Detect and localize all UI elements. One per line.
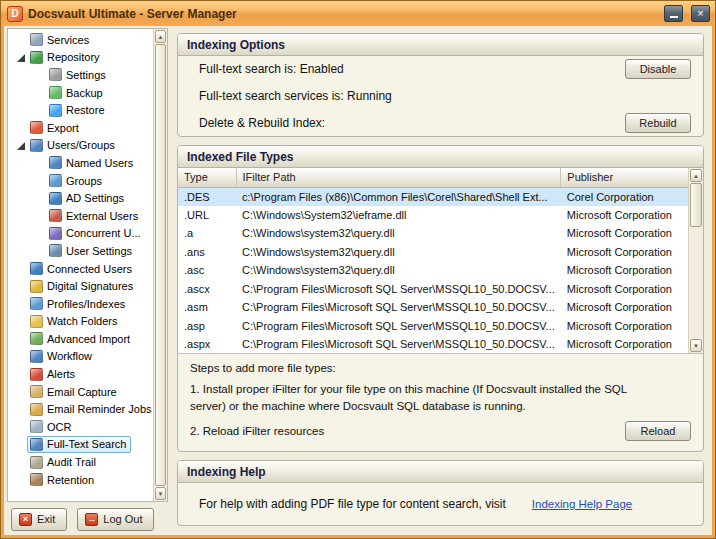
sidebar-item-ad-settings[interactable]: AD Settings [8,189,153,207]
sidebar-item-label: Digital Signatures [47,280,133,292]
sidebar-item-settings[interactable]: Settings [8,66,153,84]
file-type-row[interactable]: .URLC:\Windows\System32\ieframe.dllMicro… [178,206,688,225]
email-capture-icon [30,385,43,398]
sidebar-item-users-groups[interactable]: Users/Groups [8,137,153,155]
workflow-icon [30,350,43,363]
step-1-text: 1. Install proper iFilter for your file … [190,381,691,414]
table-scroll-thumb[interactable] [690,183,702,227]
sidebar-tree-area: ServicesRepositorySettingsBackupRestoreE… [7,28,168,502]
exit-button[interactable]: × Exit [11,508,67,531]
file-type-cell: .ans [178,243,236,262]
table-scroll-down-icon[interactable]: ▼ [690,339,702,352]
sidebar-item-retention[interactable]: Retention [8,471,153,489]
sidebar-item-named-users[interactable]: Named Users [8,154,153,172]
tree-expanded-arrow-icon[interactable] [16,140,27,151]
sidebar-item-email-capture[interactable]: Email Capture [8,383,153,401]
sidebar-item-label: Email Reminder Jobs [47,403,152,415]
reload-button[interactable]: Reload [625,421,691,441]
file-type-row[interactable]: .DESc:\Program Files (x86)\Common Files\… [178,187,688,206]
sidebar-item-profiles-indexes[interactable]: Profiles/Indexes [8,295,153,313]
file-type-row[interactable]: .aspC:\Program Files\Microsoft SQL Serve… [178,317,688,336]
rebuild-button[interactable]: Rebuild [625,113,691,133]
sidebar-item-connected-users[interactable]: Connected Users [8,260,153,278]
alerts-icon [30,368,43,381]
table-scrollbar[interactable]: ▲ ▼ [688,168,703,353]
sidebar-item-label: Alerts [47,368,75,380]
sidebar-item-ocr[interactable]: OCR [8,418,153,436]
sidebar-item-repository[interactable]: Repository [8,49,153,67]
sidebar-item-digital-signatures[interactable]: Digital Signatures [8,277,153,295]
scroll-down-icon[interactable]: ▼ [155,487,166,500]
sidebar-item-label: Full-Text Search [47,438,126,450]
sidebar-scrollbar[interactable]: ▲ ▼ [153,29,167,501]
sidebar-item-user-settings[interactable]: User Settings [8,242,153,260]
file-type-row[interactable]: .asmC:\Program Files\Microsoft SQL Serve… [178,298,688,317]
sidebar-item-external-users[interactable]: External Users [8,207,153,225]
sidebar-item-workflow[interactable]: Workflow [8,348,153,366]
sidebar-item-audit-trail[interactable]: Audit Trail [8,453,153,471]
sidebar-item-advanced-import[interactable]: Advanced Import [8,330,153,348]
restore-icon [49,104,62,117]
sidebar-item-backup[interactable]: Backup [8,84,153,102]
sidebar-scroll-thumb[interactable] [155,44,166,486]
sidebar-item-watch-folders[interactable]: Watch Folders [8,313,153,331]
logout-button-label: Log Out [103,513,142,525]
sidebar-item-full-text-search[interactable]: Full-Text Search [8,436,153,454]
window-title: Docsvault Ultimate - Server Manager [28,7,656,21]
ocr-icon [30,420,43,433]
scroll-up-icon[interactable]: ▲ [155,30,166,43]
fulltext-services-status-label: Full-text search services is: Running [199,89,392,103]
indexing-help-group: Indexing Help For help with adding PDF f… [177,460,704,526]
logout-button[interactable]: → Log Out [77,508,154,531]
file-type-cell: .asm [178,298,236,317]
digital-signatures-icon [30,280,43,293]
publisher-cell: Microsoft Corporation [561,206,688,225]
ifilter-path-cell: c:\Program Files (x86)\Common Files\Core… [236,187,561,206]
publisher-cell: Microsoft Corporation [561,298,688,317]
file-type-row[interactable]: .aspxC:\Program Files\Microsoft SQL Serv… [178,335,688,354]
tree-arrow-spacer [35,245,46,256]
indexed-file-types-group: Indexed File Types Type IFilter Path Pub… [177,145,704,452]
indexing-help-link[interactable]: Indexing Help Page [532,498,632,510]
column-header-publisher[interactable]: Publisher [561,168,688,187]
minimize-button[interactable] [664,5,683,22]
ifilter-path-cell: C:\Windows\system32\query.dll [236,224,561,243]
file-type-row[interactable]: .ascxC:\Program Files\Microsoft SQL Serv… [178,280,688,299]
indexing-help-header: Indexing Help [178,461,703,483]
sidebar-item-label: OCR [47,421,71,433]
export-icon [30,121,43,134]
table-scroll-up-icon[interactable]: ▲ [690,169,702,182]
indexing-help-text: For help with adding PDF file type for c… [199,497,506,511]
ifilter-path-cell: C:\Windows\system32\query.dll [236,261,561,280]
column-header-ifilter-path[interactable]: IFilter Path [236,168,561,187]
file-type-row[interactable]: .ascC:\Windows\system32\query.dllMicroso… [178,261,688,280]
ifilter-path-cell: C:\Windows\System32\ieframe.dll [236,206,561,225]
sidebar-item-services[interactable]: Services [8,31,153,49]
sidebar-item-label: User Settings [66,245,132,257]
main-panel: Indexing Options Full-text search is: En… [170,26,712,535]
tree-arrow-spacer [35,157,46,168]
sidebar-item-groups[interactable]: Groups [8,172,153,190]
file-type-row[interactable]: .aC:\Windows\system32\query.dllMicrosoft… [178,224,688,243]
sidebar-item-restore[interactable]: Restore [8,101,153,119]
column-header-type[interactable]: Type [178,168,236,187]
tree-arrow-spacer [35,210,46,221]
file-type-cell: .asp [178,317,236,336]
disable-button[interactable]: Disable [625,59,691,79]
logout-icon: → [85,513,98,526]
sidebar-item-alerts[interactable]: Alerts [8,365,153,383]
sidebar-item-email-reminder-jobs[interactable]: Email Reminder Jobs [8,400,153,418]
sidebar-item-concurrent-u[interactable]: Concurrent U... [8,225,153,243]
file-type-row[interactable]: .ansC:\Windows\system32\query.dllMicroso… [178,243,688,262]
sidebar-item-export[interactable]: Export [8,119,153,137]
tree-arrow-spacer [16,421,27,432]
close-button[interactable]: × [691,5,710,22]
backup-icon [49,86,62,99]
tree-expanded-arrow-icon[interactable] [16,52,27,63]
groups-icon [49,174,62,187]
tree-arrow-spacer [16,333,27,344]
concurrent-users-icon [49,227,62,240]
sidebar-item-label: AD Settings [66,192,124,204]
sidebar-item-label: Watch Folders [47,315,118,327]
sidebar-item-label: Audit Trail [47,456,96,468]
